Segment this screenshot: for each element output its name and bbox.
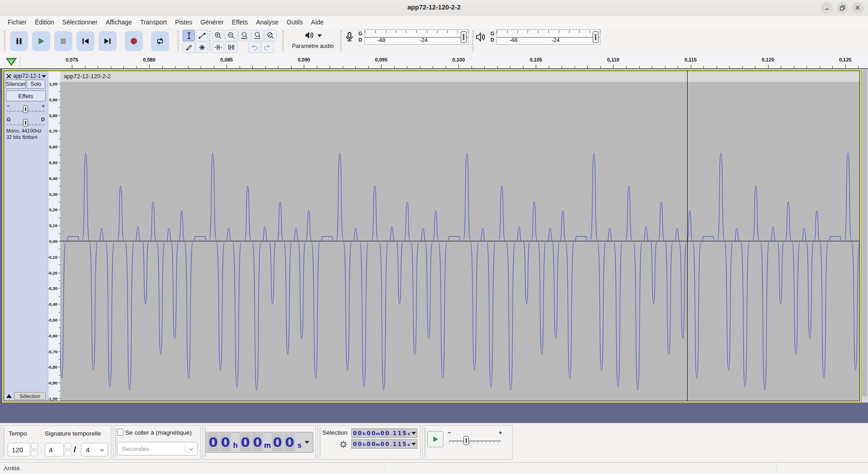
record-button[interactable]	[125, 31, 143, 51]
selection-digit[interactable]: 1	[397, 429, 402, 437]
position-digit[interactable]: 0	[272, 433, 283, 451]
vertical-scrollbar[interactable]	[862, 69, 868, 403]
play-button[interactable]	[32, 31, 50, 51]
menu-item-s-lectionner[interactable]: Sélectionner	[58, 17, 102, 27]
pause-button[interactable]	[10, 31, 28, 51]
edit-toolbar-grip[interactable]	[209, 31, 211, 52]
timesig-toolbar-grip[interactable]	[3, 428, 5, 456]
record-meter-slider-thumb[interactable]	[461, 31, 467, 43]
selection-digit[interactable]: 0	[371, 429, 376, 437]
selection-digit[interactable]: 0	[353, 440, 357, 448]
minimize-button[interactable]	[821, 2, 833, 14]
vertical-scale-ruler[interactable]: 1,000,900,800,700,600,500,400,300,200,10…	[48, 71, 60, 401]
audio-position-display[interactable]: 00h00m00s	[206, 432, 313, 453]
vertical-scrollbar-thumb[interactable]	[863, 70, 867, 397]
speed-slider-thumb[interactable]	[463, 436, 469, 445]
microphone-icon[interactable]	[344, 31, 355, 43]
playback-speaker-icon[interactable]	[475, 31, 486, 43]
selection-end-display[interactable]: 00h00m00.115s	[351, 439, 417, 449]
selection-digit[interactable]: 0	[385, 429, 389, 437]
undo-button[interactable]	[248, 42, 260, 53]
menu-item-analyse[interactable]: Analyse	[252, 17, 283, 27]
audio-setup-button[interactable]: Paramètre audio	[287, 29, 339, 53]
zoom-in-button[interactable]	[212, 30, 224, 41]
solo-button[interactable]: Solo	[27, 80, 45, 89]
trim-audio-button[interactable]	[212, 42, 224, 53]
menu-item-outils[interactable]: Outils	[283, 17, 307, 27]
stop-button[interactable]	[54, 31, 72, 51]
position-digit[interactable]: 0	[252, 433, 263, 451]
snap-checkbox[interactable]	[117, 429, 124, 436]
skip-to-end-button[interactable]	[99, 31, 117, 51]
tempo-spinner-down[interactable]	[31, 450, 38, 456]
zoom-out-button[interactable]	[225, 30, 237, 41]
clip-name-strip[interactable]: app72-12-120-2-2	[60, 71, 859, 82]
selection-digit[interactable]: 0	[358, 440, 362, 448]
zoom-toggle-button[interactable]	[264, 30, 277, 41]
menu-item-aide[interactable]: Aide	[307, 17, 328, 27]
selection-digit[interactable]: 0	[353, 429, 357, 437]
timeline-ruler[interactable]: 0,0750,0800,0850,0900,0950,1000,1050,110…	[0, 55, 868, 69]
timesig-spinner-down[interactable]	[65, 450, 71, 456]
selection-digit[interactable]: 5	[402, 440, 407, 448]
loop-button[interactable]	[151, 31, 169, 51]
menu-item-pistes[interactable]: Pistes	[171, 17, 196, 27]
menu-item-fichier[interactable]: Fichier	[4, 17, 31, 27]
position-digit[interactable]: 0	[208, 433, 219, 451]
playback-meter-grip[interactable]	[472, 31, 474, 52]
redo-button[interactable]	[261, 42, 274, 53]
zoom-to-project-button[interactable]	[251, 30, 264, 41]
multi-tool-button[interactable]	[196, 42, 208, 53]
restore-button[interactable]	[836, 2, 848, 14]
menu-item-affichage[interactable]: Affichage	[102, 17, 136, 27]
timesig-spinner-up[interactable]	[65, 443, 71, 449]
tempo-spinner-up[interactable]	[31, 443, 38, 449]
snap-unit-combo[interactable]: Secondes	[117, 442, 198, 455]
selection-digit[interactable]: 5	[402, 429, 407, 437]
draw-tool-button[interactable]	[183, 42, 195, 53]
selection-digit[interactable]: 0	[366, 429, 371, 437]
speed-slider-track[interactable]	[449, 441, 501, 441]
track-close-icon[interactable]	[6, 74, 11, 79]
position-digit[interactable]: 0	[220, 433, 231, 451]
selection-start-display[interactable]: 00h00m00.115s	[351, 428, 417, 438]
tools-toolbar-grip[interactable]	[177, 31, 179, 52]
silence-audio-button[interactable]	[225, 42, 237, 53]
position-digit[interactable]: 0	[284, 433, 295, 451]
close-button[interactable]	[852, 2, 863, 14]
selection-digit[interactable]: 0	[380, 440, 385, 448]
selection-format-dropdown-icon[interactable]	[411, 432, 416, 435]
timeline-options-icon[interactable]	[6, 58, 17, 66]
selection-format-dropdown-icon[interactable]	[411, 443, 416, 446]
selection-digit[interactable]: 0	[380, 429, 385, 437]
track-select-button[interactable]: Sélection	[14, 392, 46, 400]
mute-button[interactable]: Silencer	[5, 80, 26, 89]
selection-digit[interactable]: 1	[392, 429, 397, 437]
pan-slider-thumb[interactable]	[23, 119, 28, 127]
playback-meter-slider-thumb[interactable]	[593, 31, 599, 43]
selection-digit[interactable]: 0	[371, 440, 376, 448]
skip-to-start-button[interactable]	[76, 31, 94, 51]
audio-setup-grip[interactable]	[282, 31, 284, 52]
selection-settings-gear-icon[interactable]	[340, 441, 347, 448]
selection-toolbar-grip[interactable]	[319, 428, 321, 456]
zoom-to-selection-button[interactable]	[238, 30, 250, 41]
menu-item-effets[interactable]: Effets	[228, 17, 252, 27]
track-menu-dropdown-icon[interactable]	[42, 75, 46, 78]
position-format-dropdown-icon[interactable]	[305, 441, 309, 444]
record-meter[interactable]: -48-24	[364, 29, 468, 45]
envelope-tool-button[interactable]	[196, 30, 208, 41]
timesig-upper-input[interactable]	[45, 443, 64, 456]
selection-digit[interactable]: 0	[385, 440, 389, 448]
selection-digit[interactable]: 1	[392, 440, 397, 448]
selection-digit[interactable]: 1	[397, 440, 402, 448]
menu-item-g-n-rer[interactable]: Générer	[196, 17, 227, 27]
track-collapse-button[interactable]	[5, 392, 13, 400]
timesig-lower-combo[interactable]: 4	[81, 443, 108, 456]
track-title-short[interactable]: app72-12-12	[13, 73, 41, 79]
recording-meter-grip[interactable]	[340, 31, 342, 52]
snap-toolbar-grip[interactable]	[115, 428, 117, 456]
selection-digit[interactable]: 0	[358, 429, 362, 437]
waveform-view[interactable]: app72-12-120-2-2	[60, 71, 859, 401]
position-digit[interactable]: 0	[240, 433, 251, 451]
